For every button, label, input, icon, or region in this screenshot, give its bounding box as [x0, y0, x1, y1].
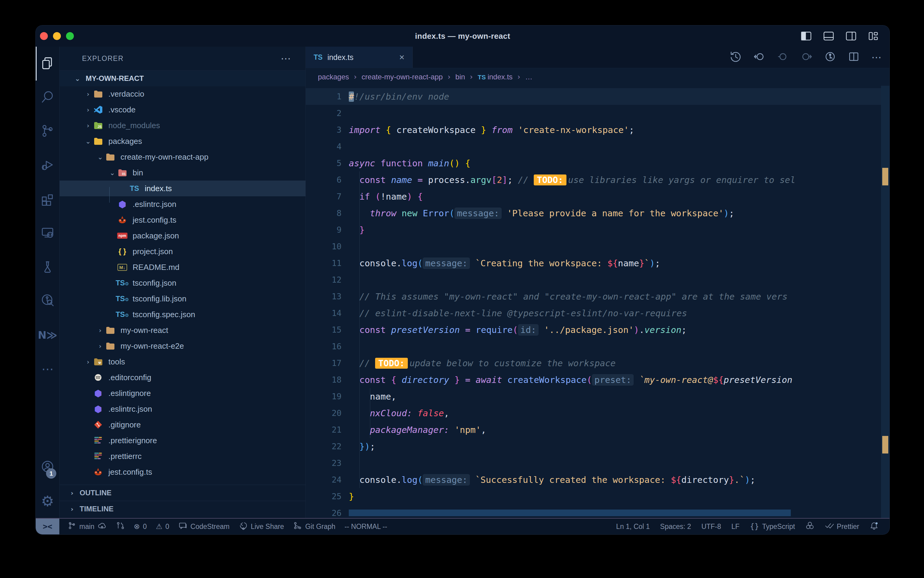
code-token: , [444, 408, 449, 418]
tree-item-bin[interactable]: ⌄01bin [60, 165, 306, 180]
code-line-10: 10 [306, 238, 881, 255]
tree-item-.prettierrc[interactable]: .prettierrc [60, 448, 306, 464]
breadcrumb-item-packages[interactable]: packages [318, 73, 349, 81]
toggle-secondary-sidebar-icon[interactable] [845, 30, 857, 43]
status-prettier[interactable]: Prettier [825, 521, 859, 532]
tree-item-project.json[interactable]: { }project.json [60, 244, 306, 259]
status-problems-errors[interactable]: ⊗0 [134, 522, 147, 531]
tree-item-my-own-react-e2e[interactable]: ›my-own-react-e2e [60, 338, 306, 354]
activity-item-testing[interactable] [36, 250, 59, 284]
activity-item-explorer[interactable] [36, 47, 59, 81]
tree-item-package.json[interactable]: npmpackage.json [60, 228, 306, 244]
tab-index-ts[interactable]: TS index.ts × [306, 47, 413, 68]
tree-item-.editorconfig[interactable]: .editorconfig [60, 370, 306, 385]
code-token: // [518, 175, 534, 185]
editor-actions: ⋯ [730, 47, 882, 68]
status-problems-warnings[interactable]: ⚠0 [156, 522, 169, 531]
back-icon[interactable] [753, 50, 765, 64]
tree-item-tsconfig.spec.json[interactable]: TS⚙tsconfig.spec.json [60, 307, 306, 322]
line-number: 14 [306, 308, 341, 318]
close-tab-icon[interactable]: × [399, 52, 405, 62]
files-icon [40, 56, 55, 71]
tree-item-jest.config.ts[interactable]: jest.config.ts [60, 464, 306, 480]
tree-item-label: .editorconfig [108, 373, 151, 382]
activity-item-more-views[interactable]: ⋯ [36, 352, 59, 386]
activity-item-search[interactable] [36, 81, 59, 115]
sidebar-more-actions-icon[interactable]: ⋯ [281, 52, 291, 65]
tree-item-packages[interactable]: ⌄packages [60, 133, 306, 149]
status-indentation[interactable]: Spaces: 2 [660, 523, 691, 531]
activity-item-gitlens[interactable] [36, 284, 59, 318]
status-encoding[interactable]: UTF-8 [701, 523, 721, 531]
toggle-primary-sidebar-icon[interactable] [801, 30, 812, 43]
activity-item-run-debug[interactable] [36, 148, 59, 182]
tree-item-.gitignore[interactable]: .gitignore [60, 417, 306, 433]
breadcrumb-item-…[interactable]: … [525, 73, 532, 81]
chevron-right-icon: › [84, 122, 92, 129]
split-editor-icon[interactable] [848, 50, 860, 64]
line-number: 13 [306, 292, 341, 301]
timeline-history-icon[interactable] [730, 50, 742, 64]
open-changes-icon[interactable] [824, 50, 836, 64]
code-editor[interactable]: 1#!/usr/bin/env node23import { createWor… [306, 86, 890, 518]
tree-item-.eslintrc.json[interactable]: ⬢.eslintrc.json [60, 401, 306, 417]
status-notifications[interactable] [869, 521, 879, 532]
code-token: TODO: [534, 174, 566, 185]
toggle-panel-icon[interactable] [823, 30, 834, 43]
tree-item-.verdaccio[interactable]: ›.verdaccio [60, 86, 306, 102]
code-line-content: const presetVersion = require(id: '../pa… [349, 325, 687, 335]
code-token [634, 375, 639, 385]
activity-item-accounts[interactable]: 1 [36, 450, 59, 484]
overview-ruler[interactable] [881, 86, 890, 518]
breadcrumb-item-index.ts[interactable]: TS index.ts [478, 73, 513, 81]
vscode-icon [92, 105, 104, 115]
tree-item-my-own-react[interactable]: ›my-own-react [60, 322, 306, 338]
code-token: . [396, 475, 401, 485]
activity-item-settings[interactable]: ⚙ [36, 484, 59, 518]
status-language-mode[interactable]: {}TypeScript [750, 522, 795, 531]
breadcrumb-item-create-my-own-react-app[interactable]: create-my-own-react-app [361, 73, 443, 81]
code-token: packageManager: [370, 425, 449, 435]
tree-item-tools[interactable]: ›⚒tools [60, 354, 306, 370]
panel-timeline[interactable]: ›TIMELINE [60, 501, 306, 517]
remote-indicator[interactable]: >< [36, 519, 59, 534]
status-pull-requests[interactable] [116, 521, 125, 532]
horizontal-scrollbar[interactable] [349, 510, 791, 516]
tree-item-.prettierignore[interactable]: .prettierignore [60, 433, 306, 448]
activity-item-remote-explorer[interactable] [36, 216, 59, 250]
tree-item-.eslintignore[interactable]: ⬢.eslintignore [60, 385, 306, 401]
status-vim-mode[interactable]: -- NORMAL -- [345, 523, 387, 531]
status-pretzel[interactable] [805, 521, 814, 532]
next-change-icon[interactable] [801, 50, 812, 64]
tree-item-tsconfig.lib.json[interactable]: TS⚙tsconfig.lib.json [60, 291, 306, 307]
status-git-graph[interactable]: Git Graph [293, 521, 335, 532]
tree-item-.eslintrc.json[interactable]: ⬢.eslintrc.json [60, 196, 306, 212]
more-actions-icon[interactable]: ⋯ [871, 52, 882, 62]
tree-item-node_modules[interactable]: ›JSnode_modules [60, 117, 306, 133]
folder-icon [104, 152, 116, 162]
workspace-section-header[interactable]: ⌄ MY-OWN-REACT [60, 70, 306, 86]
customize-layout-icon[interactable] [868, 30, 879, 43]
activity-item-source-control[interactable] [36, 115, 59, 148]
status-eol[interactable]: LF [731, 523, 740, 531]
breadcrumb-item-bin[interactable]: bin [455, 73, 465, 81]
tree-item-jest.config.ts[interactable]: jest.config.ts [60, 212, 306, 228]
close-button[interactable] [40, 32, 48, 40]
status-codestream[interactable]: CodeStream [178, 521, 230, 532]
panel-outline[interactable]: ›OUTLINE [60, 485, 306, 501]
status-git-branch[interactable]: main [67, 521, 107, 532]
tree-item-create-my-own-react-app[interactable]: ⌄create-my-own-react-app [60, 149, 306, 165]
activity-item-nx-console[interactable]: N≫ [36, 318, 59, 352]
tree-item-index.ts[interactable]: TSindex.ts [60, 180, 306, 196]
status-live-share[interactable]: Live Share [239, 521, 284, 532]
tree-item-README.md[interactable]: M↓README.md [60, 259, 306, 275]
ts-gear-icon: TS⚙ [116, 294, 128, 303]
tree-item-tsconfig.json[interactable]: TS⚙tsconfig.json [60, 275, 306, 291]
tree-item-.vscode[interactable]: ›.vscode [60, 102, 306, 117]
previous-change-icon[interactable] [777, 50, 789, 64]
activity-item-extensions[interactable] [36, 182, 59, 216]
minimize-button[interactable] [53, 32, 61, 40]
code-token: ; [655, 258, 660, 268]
zoom-button[interactable] [66, 32, 74, 40]
status-cursor-position[interactable]: Ln 1, Col 1 [616, 523, 650, 531]
